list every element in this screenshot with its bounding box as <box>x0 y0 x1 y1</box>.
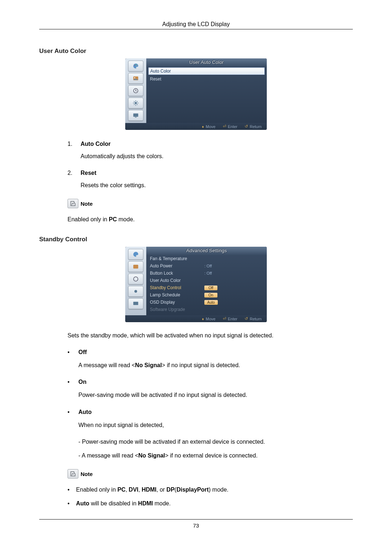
svg-rect-15 <box>133 114 138 117</box>
osd-row-software-upgrade: Software Upgrade <box>146 306 267 313</box>
osd-row-user-auto-color[interactable]: User Auto Color <box>146 277 267 284</box>
gear-icon <box>128 286 143 297</box>
note-icon <box>68 469 78 479</box>
list-item: •On Power-saving mode will be activated … <box>68 379 353 399</box>
note-label: Note <box>81 201 93 207</box>
palette-icon <box>128 249 143 260</box>
svg-point-0 <box>134 65 135 66</box>
gear-icon <box>128 98 143 108</box>
updown-icon: ♦ <box>202 124 204 129</box>
note-text: Enabled only in PC mode. <box>68 216 353 223</box>
svg-point-1 <box>135 64 136 65</box>
osd-row-auto-power[interactable]: Auto Power: Off <box>146 262 267 270</box>
bullet-auto-sub1: - Power-saving mode will be activated if… <box>78 439 353 445</box>
list-item: •Off A message will read <No Signal> if … <box>68 349 353 369</box>
osd-sidebar <box>125 247 146 315</box>
svg-line-11 <box>134 101 135 102</box>
osd-row-lamp-schedule[interactable]: Lamp ScheduleOn <box>146 291 267 299</box>
svg-point-18 <box>134 277 138 281</box>
return-icon: ↺ <box>245 124 248 129</box>
item-auto-color-title: Auto Color <box>81 141 111 147</box>
osd-row-fan[interactable]: Fan & Temperature <box>146 255 267 262</box>
list-item: 2. Reset Resets the color settings. <box>68 170 353 189</box>
page-number: 73 <box>39 519 353 529</box>
palette-icon <box>128 61 143 71</box>
svg-line-13 <box>134 104 135 105</box>
bullet-auto-body: When no input signal is detected, <box>78 421 353 429</box>
osd-sidebar <box>125 58 146 123</box>
osd-title: User Auto Color <box>146 58 267 67</box>
image-icon <box>128 73 143 84</box>
bullet-on-title: On <box>78 379 86 385</box>
svg-point-6 <box>135 102 137 104</box>
item-reset-body: Resets the color settings. <box>81 182 353 189</box>
svg-point-2 <box>136 65 137 66</box>
image-icon <box>128 261 143 272</box>
monitor-icon <box>128 298 143 309</box>
bullet-off-body: A message will read <No Signal> if no in… <box>78 361 353 369</box>
svg-rect-17 <box>133 265 138 269</box>
list-item: 1. Auto Color Automatically adjusts the … <box>68 141 353 160</box>
svg-point-19 <box>134 290 137 293</box>
list-item: •Auto When no input signal is detected, … <box>68 409 353 459</box>
item-reset-title: Reset <box>81 170 97 176</box>
osd-row-reset[interactable]: Reset <box>146 75 267 83</box>
svg-point-4 <box>134 77 135 78</box>
bullet-off-title: Off <box>78 349 87 356</box>
standby-intro: Sets the standby mode, which will be act… <box>68 332 353 339</box>
svg-line-14 <box>137 101 138 102</box>
updown-icon: ♦ <box>202 317 204 321</box>
section-standby-control-title: Standby Control <box>39 236 353 243</box>
osd-row-auto-color[interactable]: Auto Color <box>148 67 265 75</box>
section-user-auto-color-title: User Auto Color <box>39 48 353 55</box>
note-list-item: • Enabled only in PC, DVI, HDMI, or DP(D… <box>68 487 353 493</box>
note-label: Note <box>81 471 93 477</box>
clock-icon <box>128 274 143 284</box>
osd-title: Advanced Settings <box>146 247 267 255</box>
bullet-auto-title: Auto <box>78 409 91 415</box>
osd-user-auto-color: User Auto Color Auto Color Reset ♦Move ⏎… <box>125 58 267 130</box>
svg-line-12 <box>137 104 138 105</box>
osd-row-osd-display[interactable]: OSD DisplayAuto <box>146 299 267 306</box>
return-icon: ↺ <box>245 316 248 321</box>
osd-row-button-lock[interactable]: Button Lock: Off <box>146 270 267 277</box>
note-icon <box>68 199 78 208</box>
item-auto-color-body: Automatically adjusts the colors. <box>81 153 353 160</box>
monitor-icon <box>128 110 143 121</box>
note-list-item: • Auto will be disabled in HDMI mode. <box>68 500 353 507</box>
svg-rect-16 <box>135 117 137 118</box>
bullet-on-body: Power-saving mode will be activated if n… <box>78 391 353 399</box>
page-header: Adjusting the LCD Display <box>39 21 353 29</box>
enter-icon: ⏎ <box>223 316 226 321</box>
osd-hints: ♦Move ⏎Enter ↺Return <box>125 315 267 322</box>
svg-rect-20 <box>133 302 138 305</box>
enter-icon: ⏎ <box>223 124 226 129</box>
osd-row-standby-control[interactable]: Standby ControlOff <box>146 284 267 291</box>
osd-advanced-settings: Advanced Settings Fan & Temperature Auto… <box>125 247 267 322</box>
clock-icon <box>128 85 143 96</box>
bullet-auto-sub2: - A message will read <No Signal> if no … <box>78 452 353 459</box>
osd-hints: ♦Move ⏎Enter ↺Return <box>125 123 267 130</box>
